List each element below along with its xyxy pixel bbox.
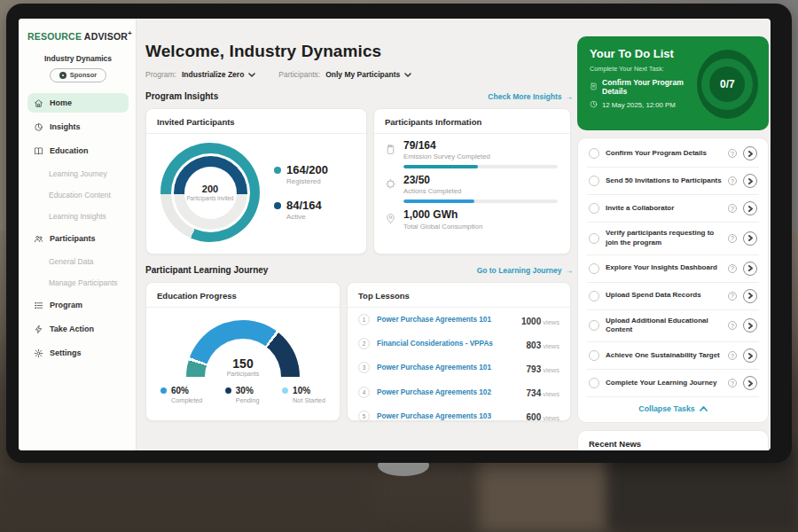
task-chevron-button[interactable] xyxy=(743,376,757,390)
task-row: Achieve One Sustainability Target ? xyxy=(587,342,759,370)
legend-item-completed: 60% Completed xyxy=(160,386,202,404)
info-icon[interactable]: ? xyxy=(728,351,737,360)
task-chevron-button[interactable] xyxy=(743,201,757,215)
participants-dropdown[interactable]: Only My Participants xyxy=(325,70,411,79)
sidebar-item-insights[interactable]: Insights xyxy=(27,117,129,137)
task-chevron-button[interactable] xyxy=(743,146,757,160)
sidebar-item-take-action[interactable]: Take Action xyxy=(27,319,129,339)
info-icon[interactable]: ? xyxy=(728,321,737,330)
sidebar-item-education[interactable]: Education xyxy=(27,141,129,160)
people-icon xyxy=(33,233,43,244)
stat-row-actions: 23/50 Actions Completed xyxy=(374,168,570,203)
arrow-right-icon: → xyxy=(566,92,574,101)
legend-value: 10% xyxy=(293,386,325,395)
legend-dot xyxy=(225,387,231,394)
sidebar-item-label: Participants xyxy=(50,234,96,243)
sidebar-item-label: Learning Journey xyxy=(49,169,107,178)
task-chevron-button[interactable] xyxy=(743,289,757,303)
program-insights-cards: Invited Participants 200 Participants In… xyxy=(145,108,573,254)
sidebar-item-label: Insights xyxy=(50,122,81,131)
lesson-rank: 3 xyxy=(358,362,370,373)
task-checkbox[interactable] xyxy=(589,350,599,361)
task-chevron-button[interactable] xyxy=(743,262,757,276)
go-to-learning-journey-link[interactable]: Go to Learning Journey → xyxy=(477,266,573,275)
task-label: Send 50 Invitations to Participants xyxy=(606,176,722,186)
sidebar: RESOURCE ADVISOR+ Industry Dynamics Spon… xyxy=(19,19,137,450)
task-label: Confirm Your Program Details xyxy=(606,149,722,159)
task-chevron-button[interactable] xyxy=(743,231,757,246)
card-title: Invited Participants xyxy=(146,109,366,134)
lesson-views: 803 xyxy=(527,340,542,350)
sidebar-item-settings[interactable]: Settings xyxy=(27,343,129,363)
sidebar-item-learning-insights[interactable]: Learning Insights xyxy=(27,207,129,225)
sidebar-item-program[interactable]: Program xyxy=(27,295,129,315)
sidebar-item-home[interactable]: Home xyxy=(27,93,129,113)
check-more-insights-link[interactable]: Check More Insights → xyxy=(488,92,573,101)
stat-row-consumption: 1,000 GWh Total Global Consumption xyxy=(374,203,570,230)
lesson-link[interactable]: Power Purchase Agreements 101 xyxy=(377,364,520,372)
program-filter: Program: Industrialize Zero xyxy=(145,70,255,79)
program-dropdown[interactable]: Industrialize Zero xyxy=(182,70,255,79)
sponsor-icon xyxy=(59,72,66,79)
legend-value: 30% xyxy=(236,386,260,395)
sidebar-item-general-data[interactable]: General Data xyxy=(27,253,129,270)
collapse-tasks-link[interactable]: Collapse Tasks xyxy=(587,397,759,417)
program-dropdown-value: Industrialize Zero xyxy=(182,70,244,79)
task-checkbox[interactable] xyxy=(589,148,599,159)
info-icon[interactable]: ? xyxy=(728,264,737,273)
clock-icon xyxy=(590,100,598,110)
task-label: Complete Your Learning Journey xyxy=(606,379,722,388)
task-checkbox[interactable] xyxy=(589,203,599,214)
task-chevron-button[interactable] xyxy=(743,174,757,188)
invited-donut-chart: 200 Participants Invited xyxy=(160,143,260,242)
collapse-label: Collapse Tasks xyxy=(638,404,694,413)
task-checkbox[interactable] xyxy=(589,291,599,301)
lesson-link[interactable]: Power Purchase Agreements 102 xyxy=(377,388,520,396)
task-chevron-button[interactable] xyxy=(743,318,757,332)
info-icon[interactable]: ? xyxy=(728,234,737,243)
sidebar-item-education-content[interactable]: Education Content xyxy=(27,186,129,204)
sidebar-item-label: Home xyxy=(50,98,72,107)
task-row: Upload Additional Educational Content ? xyxy=(587,310,759,343)
info-icon[interactable]: ? xyxy=(728,149,737,158)
recent-news-title: Recent News xyxy=(589,439,757,449)
card-title: Education Progress xyxy=(146,283,340,308)
lesson-row: 1 Power Purchase Agreements 101 1000view… xyxy=(348,308,570,332)
legend-item-pending: 30% Pending xyxy=(225,386,260,404)
progress-bar xyxy=(403,165,558,168)
chevron-down-icon xyxy=(248,73,255,77)
todo-panel: Your To Do List Complete Your Next Task:… xyxy=(577,36,769,450)
stat-label: Total Global Consumption xyxy=(403,223,558,231)
progress-fill xyxy=(403,200,474,203)
task-checkbox[interactable] xyxy=(589,263,599,274)
info-icon[interactable]: ? xyxy=(728,204,737,213)
info-icon[interactable]: ? xyxy=(728,379,737,387)
task-checkbox[interactable] xyxy=(589,233,599,244)
task-chevron-button[interactable] xyxy=(743,348,757,363)
sidebar-item-manage-participants[interactable]: Manage Participants xyxy=(27,274,129,292)
location-pin-icon xyxy=(385,212,396,223)
views-suffix: views xyxy=(543,414,559,422)
card-title: Top Lessons xyxy=(348,283,570,308)
legend-dot xyxy=(282,387,288,394)
stat-label: Emission Survey Completed xyxy=(403,153,558,160)
lesson-link[interactable]: Power Purchase Agreements 103 xyxy=(377,412,520,420)
sponsor-badge: Sponsor xyxy=(50,68,106,82)
task-checkbox[interactable] xyxy=(589,378,599,388)
book-icon xyxy=(33,145,43,156)
filters-row: Program: Industrialize Zero Participants… xyxy=(145,70,573,79)
lesson-link[interactable]: Financial Considerations - VPPAs xyxy=(377,340,520,348)
section-title: Participant Learning Journey xyxy=(145,265,268,275)
legend-value: 84/164 xyxy=(286,200,322,212)
lesson-link[interactable]: Power Purchase Agreements 101 xyxy=(377,316,514,324)
task-label: Upload Spend Data Records xyxy=(606,291,722,301)
sidebar-item-learning-journey[interactable]: Learning Journey xyxy=(27,165,129,183)
task-checkbox[interactable] xyxy=(589,320,599,331)
legend-item-not-started: 10% Not Started xyxy=(282,386,325,404)
task-checkbox[interactable] xyxy=(589,176,599,186)
sidebar-item-participants[interactable]: Participants xyxy=(27,229,129,248)
info-icon[interactable]: ? xyxy=(728,292,737,301)
info-icon[interactable]: ? xyxy=(728,176,737,185)
todo-title: Your To Do List xyxy=(590,47,697,60)
legend-label: Completed xyxy=(171,396,202,404)
